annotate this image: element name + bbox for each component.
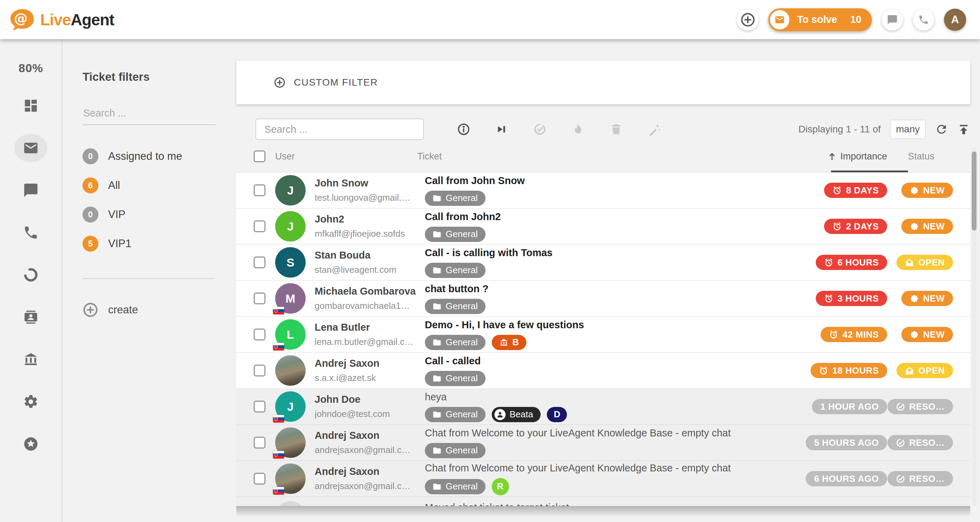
column-header-status[interactable]: Status [887,151,970,162]
ticket-cell: Call from John2 General [425,211,769,242]
table-row[interactable]: L Lena Butler lena.m.butler@gmail.c… Dem… [236,317,970,353]
select-all-checkbox[interactable] [254,150,266,162]
sidebar-item-dashboard[interactable] [23,98,39,114]
resolve-next-icon[interactable] [495,123,508,136]
avatar: J [275,175,305,205]
status-cell: NEW [887,327,970,342]
status-badge: RESO… [888,399,953,414]
tag-general: General [425,299,485,314]
scrollbar-thumb[interactable] [972,151,977,231]
agent-avatar[interactable]: A [944,9,966,31]
scroll-top-icon[interactable] [957,123,970,136]
sidebar-item-companies[interactable] [23,352,39,368]
table-row[interactable]: Andrej Saxon s.a.x.i@azet.sk Call - call… [236,353,970,389]
ticket-subject: Call from John2 [425,211,764,223]
user-name: Andrej Saxon [315,430,422,441]
priority-flame-icon[interactable] [571,123,585,136]
avatar [275,463,305,494]
sidebar-item-tickets[interactable] [23,140,39,156]
sidebar-item-calls[interactable] [23,224,39,240]
burst-icon [910,330,919,339]
magic-wand-icon[interactable] [648,123,661,136]
importance-cell: 2 DAYS [769,219,887,234]
row-checkbox[interactable] [254,256,266,268]
add-new-button[interactable] [737,9,759,30]
ticket-toolbar: Displaying 1 - 11 of many [236,118,970,140]
importance-label: 2 DAYS [846,221,879,232]
filters-search-input[interactable] [83,107,216,125]
sidebar-rail: 80% [0,39,62,522]
ticket-cell: Call from John Snow General [425,175,769,206]
ticket-cell: heya GeneralBeataD [425,392,769,422]
table-row[interactable]: J John2 mfkaflf@jfioejioe.sofds Call fro… [236,208,970,245]
flag-badge [273,307,284,314]
logo-bubble-icon: @ [9,8,35,32]
ticket-cell: Moved chat ticket to target ticket [425,502,769,506]
row-checkbox[interactable] [254,401,266,412]
to-solve-button[interactable]: To solve 10 [768,8,872,31]
info-icon[interactable] [457,123,470,136]
calls-button[interactable] [913,9,934,30]
avatar-initial: J [287,220,294,233]
status-badge: NEW [901,291,953,306]
ticket-subject: Demo - Hi, I have a few questions [425,319,764,331]
table-row[interactable]: Andrej Saxon andrejsaxon@gmail.c… Chat f… [236,425,970,461]
table-row[interactable]: Moved chat ticket to target ticket [236,497,970,506]
sidebar-item-automation[interactable] [23,267,39,283]
top-bar: @ LiveAgent To solve 10 A [0,0,980,39]
filter-item-assigned-to-me[interactable]: 0 Assigned to me [83,142,215,171]
row-checkbox[interactable] [254,329,266,341]
row-checkbox[interactable] [254,437,266,449]
table-row[interactable]: J John Doe johndoe@test.com heya General… [236,389,970,425]
filter-item-all[interactable]: 6 All [83,171,215,200]
sidebar-item-contacts[interactable] [23,309,39,325]
refresh-icon[interactable] [935,123,948,136]
filter-item-vip1[interactable]: 5 VIP1 [83,229,215,258]
user-cell: Stan Bouda stan@liveagent.com [315,250,422,275]
row-checkbox[interactable] [254,185,266,196]
row-checkbox[interactable] [254,364,266,376]
folder-icon [433,266,441,275]
sidebar-item-settings[interactable] [23,394,39,410]
sidebar-item-chats[interactable] [23,182,39,198]
filter-item-vip[interactable]: 0 VIP [83,200,215,229]
top-controls: To solve 10 A [737,8,966,31]
user-name: Andrej Saxon [315,466,422,477]
column-header-importance[interactable]: Importance [769,151,887,162]
user-cell: John2 mfkaflf@jfioejioe.sofds [315,213,422,239]
check-circle-icon [896,474,905,484]
user-email: lena.m.butler@gmail.c… [315,337,422,347]
chats-button[interactable] [881,9,903,30]
chat-bubble-icon [887,14,898,25]
row-checkbox[interactable] [254,473,266,485]
delete-trash-icon[interactable] [609,123,623,136]
table-row[interactable]: J John Snow test.luongova@gmail.… Call f… [236,173,970,208]
chat-bubble-icon [23,182,39,198]
row-checkbox[interactable] [254,293,266,304]
flag-badge [273,415,284,423]
folder-icon [433,230,441,239]
importance-cell: 8 DAYS [769,183,887,198]
dashboard-icon [23,98,39,114]
importance-badge: 8 DAYS [824,183,887,198]
ticket-search-input[interactable] [255,119,424,140]
custom-filter-button[interactable]: CUSTOM FILTER [274,76,378,88]
user-name: Michaela Gombarova [315,286,422,297]
row-checkbox[interactable] [254,220,266,232]
table-row[interactable]: M Michaela Gombarova gombarovamichaela1…… [236,281,970,317]
sidebar-item-starred[interactable] [23,436,39,452]
create-filter-button[interactable]: create [83,302,236,318]
table-row[interactable]: S Stan Bouda stan@liveagent.com Call - i… [236,245,970,281]
importance-cell: 3 HOURS [769,291,887,306]
table-row[interactable]: Andrej Saxon andrejsaxon@gmail.c… Chat f… [236,461,970,497]
ticket-subject: Moved chat ticket to target ticket [425,502,764,506]
scrollbar-track[interactable] [972,146,977,506]
avatar [275,427,305,458]
status-cell: NEW [887,291,970,306]
avatar-initial: M [286,292,295,306]
user-cell: John Doe johndoe@test.com [315,394,422,419]
status-label: OPEN [918,257,945,268]
tag-label: General [445,481,478,492]
sync-icon [23,267,39,283]
resolve-check-icon[interactable] [533,123,546,136]
